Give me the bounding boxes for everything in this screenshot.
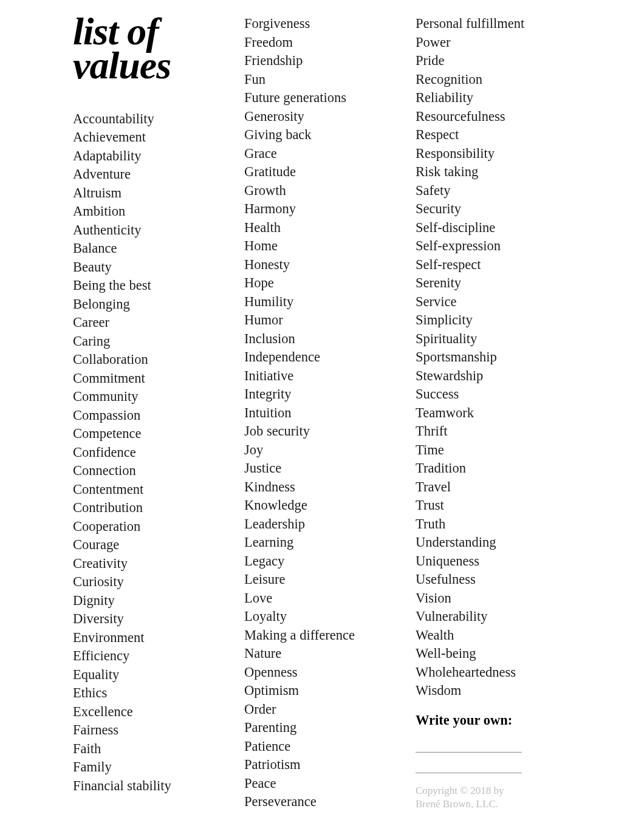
value-item: Excellence bbox=[73, 703, 228, 722]
value-item: Equality bbox=[73, 666, 228, 685]
values-list-3: Personal fulfillmentPowerPrideRecognitio… bbox=[416, 15, 571, 700]
value-item: Patience bbox=[244, 737, 400, 756]
value-item: Kindness bbox=[244, 478, 400, 497]
value-item: Security bbox=[416, 200, 571, 219]
value-item: Spirituality bbox=[416, 330, 571, 349]
value-item: Belonging bbox=[73, 295, 228, 314]
value-item: Adventure bbox=[73, 165, 228, 184]
value-item: Trust bbox=[416, 496, 571, 515]
value-item: Efficiency bbox=[73, 647, 228, 666]
value-item: Serenity bbox=[416, 274, 571, 293]
value-item: Tradition bbox=[416, 459, 571, 478]
value-item: Commitment bbox=[73, 369, 228, 388]
values-list-2: ForgivenessFreedomFriendshipFunFuture ge… bbox=[244, 15, 400, 811]
value-item: Contentment bbox=[73, 480, 228, 499]
value-item: Authenticity bbox=[73, 221, 228, 240]
value-item: Time bbox=[416, 441, 571, 460]
value-item: Recognition bbox=[416, 70, 571, 89]
value-item: Stewardship bbox=[416, 367, 571, 386]
title-line-2: values bbox=[73, 44, 171, 87]
value-item: Friendship bbox=[244, 52, 400, 70]
value-item: Truth bbox=[416, 515, 571, 534]
value-item: Growth bbox=[244, 182, 400, 200]
value-item: Giving back bbox=[244, 126, 400, 145]
value-item: Hope bbox=[244, 274, 400, 293]
value-item: Order bbox=[244, 700, 400, 719]
value-item: Gratitude bbox=[244, 163, 400, 182]
value-item: Responsibility bbox=[416, 145, 571, 163]
value-item: Thrift bbox=[416, 422, 571, 441]
value-item: Confidence bbox=[73, 443, 228, 462]
value-item: Connection bbox=[73, 462, 228, 480]
value-item: Pride bbox=[416, 52, 571, 70]
value-item: Making a difference bbox=[244, 626, 400, 645]
value-item: Justice bbox=[244, 459, 400, 478]
value-item: Curiosity bbox=[73, 573, 228, 592]
value-item: Personal fulfillment bbox=[416, 15, 571, 33]
value-item: Sportsmanship bbox=[416, 348, 571, 367]
write-your-own-heading: Write your own: bbox=[416, 711, 571, 730]
value-item: Parenting bbox=[244, 719, 400, 737]
value-item: Optimism bbox=[244, 682, 400, 700]
value-item: Cooperation bbox=[73, 518, 228, 536]
value-item: Power bbox=[416, 33, 571, 52]
value-item: Loyalty bbox=[244, 607, 400, 626]
value-item: Adaptability bbox=[73, 147, 228, 166]
value-item: Reliability bbox=[416, 89, 571, 108]
value-item: Self-discipline bbox=[416, 219, 571, 237]
copyright-line-2: Brené Brown, LLC. bbox=[416, 798, 498, 810]
value-item: Legacy bbox=[244, 552, 400, 571]
value-item: Creativity bbox=[73, 555, 228, 573]
value-item: Vision bbox=[416, 589, 571, 608]
value-item: Harmony bbox=[244, 200, 400, 219]
value-item: Independence bbox=[244, 348, 400, 367]
value-item: Ethics bbox=[73, 684, 228, 703]
column-1: list of values AccountabilityAchievement… bbox=[73, 15, 228, 811]
value-item: Environment bbox=[73, 629, 228, 647]
value-item: Nature bbox=[244, 644, 400, 663]
value-item: Resourcefulness bbox=[416, 108, 571, 126]
value-item: Service bbox=[416, 293, 571, 312]
value-item: Diversity bbox=[73, 610, 228, 629]
copyright-notice: Copyright © 2018 by Brené Brown, LLC. bbox=[416, 784, 571, 811]
value-item: Self-expression bbox=[416, 237, 571, 256]
value-item: Peace bbox=[244, 774, 400, 793]
value-item: Wisdom bbox=[416, 682, 571, 700]
value-item: Vulnerability bbox=[416, 607, 571, 626]
value-item: Simplicity bbox=[416, 311, 571, 330]
value-item: Courage bbox=[73, 536, 228, 555]
copyright-line-1: Copyright © 2018 by bbox=[416, 785, 504, 796]
value-item: Teamwork bbox=[416, 404, 571, 423]
write-line-2[interactable] bbox=[416, 755, 522, 773]
value-item: Leisure bbox=[244, 570, 400, 589]
values-list-1: AccountabilityAchievementAdaptabilityAdv… bbox=[73, 110, 228, 796]
value-item: Self-respect bbox=[416, 256, 571, 275]
value-item: Being the best bbox=[73, 276, 228, 295]
value-item: Love bbox=[244, 589, 400, 608]
value-item: Initiative bbox=[244, 367, 400, 386]
value-item: Dignity bbox=[73, 592, 228, 610]
column-2: ForgivenessFreedomFriendshipFunFuture ge… bbox=[244, 15, 400, 811]
value-item: Grace bbox=[244, 145, 400, 163]
value-item: Collaboration bbox=[73, 350, 228, 369]
value-item: Wholeheartedness bbox=[416, 663, 571, 682]
value-item: Humor bbox=[244, 311, 400, 330]
value-item: Forgiveness bbox=[244, 15, 400, 33]
write-line-1[interactable] bbox=[416, 734, 522, 753]
value-item: Integrity bbox=[244, 385, 400, 404]
value-item: Freedom bbox=[244, 33, 400, 52]
value-item: Openness bbox=[244, 663, 400, 682]
value-item: Wealth bbox=[416, 626, 571, 645]
value-item: Job security bbox=[244, 422, 400, 441]
value-item: Intuition bbox=[244, 404, 400, 423]
value-item: Ambition bbox=[73, 202, 228, 221]
value-item: Patriotism bbox=[244, 756, 400, 774]
value-item: Health bbox=[244, 219, 400, 237]
page-title: list of values bbox=[73, 15, 228, 83]
value-item: Family bbox=[73, 758, 228, 777]
value-item: Success bbox=[416, 385, 571, 404]
value-item: Honesty bbox=[244, 256, 400, 275]
value-item: Fun bbox=[244, 70, 400, 89]
page: list of values AccountabilityAchievement… bbox=[0, 0, 644, 836]
value-item: Fairness bbox=[73, 721, 228, 740]
